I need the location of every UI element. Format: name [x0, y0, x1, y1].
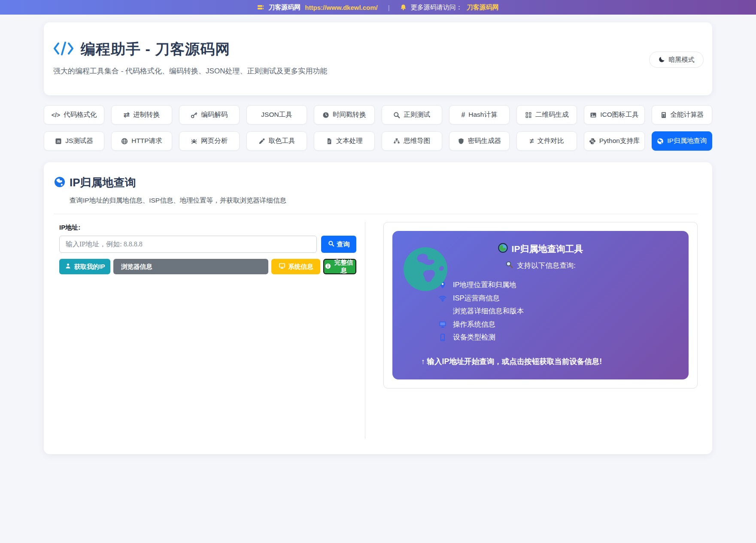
nav-ip-lookup[interactable]: IP归属地查询 [652, 131, 712, 151]
bar-divider: | [388, 4, 390, 11]
nav-mindmap[interactable]: 思维导图 [382, 131, 442, 151]
dark-mode-button[interactable]: 暗黑模式 [649, 52, 704, 68]
code-icon [52, 41, 75, 58]
section-title: IP归属地查询 [70, 175, 136, 190]
globe-icon [121, 138, 128, 145]
nav-file-diff[interactable]: ≠ 文件对比 [516, 131, 577, 151]
nav-qrcode[interactable]: 二维码生成 [516, 105, 577, 124]
globe-icon [657, 138, 664, 145]
nav-web-analyze[interactable]: 网页分析 [179, 131, 240, 151]
image-icon [590, 112, 597, 118]
key-icon [191, 112, 197, 118]
divider [54, 214, 698, 214]
ip-address-input[interactable] [59, 236, 317, 253]
result-card: IP归属地查询工具 支持以下信息查询: [383, 222, 698, 388]
bell-icon [400, 4, 407, 11]
search-icon [393, 112, 400, 118]
mindmap-icon [393, 138, 400, 145]
qrcode-icon [525, 112, 532, 118]
nav-js-tester[interactable]: JS JS测试器 [44, 131, 104, 151]
swap-arrows-icon: ⇄ [124, 110, 130, 119]
promo-hint: ↑ 输入IP地址开始查询，或点击按钮获取当前设备信息! [421, 356, 676, 367]
page-header: 编程助手 - 刀客源码网 强大的编程工具集合 - 代码格式化、编码转换、JSON… [44, 22, 712, 95]
promo-title: IP归属地查询工具 [512, 243, 583, 255]
feature-item: 操作系统信息 [439, 321, 676, 328]
system-info-button[interactable]: 系统信息 [271, 259, 320, 274]
nav-code-format[interactable]: </> 代码格式化 [44, 105, 104, 124]
nav-hash-calc[interactable]: # Hash计算 [449, 105, 510, 124]
calculator-icon [660, 112, 667, 118]
ip-address-label: IP地址: [59, 224, 356, 232]
feature-item: 浏览器详细信息和版本 [439, 307, 676, 315]
mobile-icon [439, 334, 446, 341]
promo-subtitle: 支持以下信息查询: [517, 261, 576, 270]
nav-color-picker[interactable]: 取色工具 [246, 131, 307, 151]
eyedropper-icon [258, 138, 265, 145]
user-icon [65, 263, 71, 270]
feature-item: ISP运营商信息 [439, 294, 676, 302]
site-logo-icon [257, 4, 264, 11]
svg-text:JS: JS [57, 140, 61, 143]
lookup-form: IP地址: 查询 获取我的IP [54, 222, 365, 439]
browser-info-button[interactable]: 浏览器信息 [113, 259, 268, 274]
earth-icon [404, 247, 447, 291]
nav-regex-test[interactable]: 正则测试 [382, 105, 442, 124]
result-area: IP归属地查询工具 支持以下信息查询: [365, 222, 698, 439]
full-info-button[interactable]: 完整信息 [323, 259, 356, 274]
page-subtitle: 强大的编程工具集合 - 代码格式化、编码转换、JSON处理、正则测试及更多实用功… [53, 66, 704, 76]
monitor-icon [279, 263, 285, 270]
globe-emoji-icon [498, 243, 508, 255]
nav-calculator[interactable]: 全能计算器 [652, 105, 712, 124]
monitor-icon [439, 321, 446, 328]
code-icon: </> [52, 112, 60, 118]
nav-python-lib[interactable]: Python支持库 [584, 131, 644, 151]
nav-timestamp[interactable]: 时间戳转换 [314, 105, 374, 124]
feature-item: 设备类型检测 [439, 334, 676, 341]
notice-link[interactable]: 刀客源码网 [467, 3, 499, 12]
nav-base-convert[interactable]: ⇄ 进制转换 [111, 105, 172, 124]
dark-mode-label: 暗黑模式 [669, 56, 695, 64]
nav-encode-decode[interactable]: 编码解码 [179, 105, 240, 124]
notice-text: 更多源码请访问： [411, 3, 462, 12]
file-text-icon [326, 138, 333, 145]
nav-ico-tool[interactable]: ICO图标工具 [584, 105, 644, 124]
spider-icon [191, 138, 197, 145]
not-equal-icon: ≠ [530, 137, 534, 146]
query-button[interactable]: 查询 [321, 236, 356, 253]
js-icon: JS [55, 138, 62, 145]
page-title: 编程助手 - 刀客源码网 [81, 39, 230, 59]
globe-icon [54, 176, 65, 189]
feature-item: IP地理位置和归属地 [439, 281, 676, 289]
get-my-ip-button[interactable]: 获取我的IP [59, 259, 110, 274]
clock-icon [322, 112, 329, 118]
top-announcement-bar: 刀客源码网 https://www.dkewl.com/ | 更多源码请访问： … [0, 0, 756, 15]
search-icon [328, 240, 334, 248]
nav-http-request[interactable]: HTTP请求 [111, 131, 172, 151]
empty-icon-spacer [439, 307, 446, 315]
python-icon [589, 138, 596, 145]
info-icon [325, 263, 331, 270]
wifi-icon [439, 294, 446, 302]
promo-box: IP归属地查询工具 支持以下信息查询: [392, 231, 689, 379]
moon-icon [659, 56, 665, 64]
magnifier-icon [505, 261, 513, 270]
nav-password-gen[interactable]: 密码生成器 [449, 131, 510, 151]
shield-icon [458, 138, 465, 145]
ip-lookup-panel: IP归属地查询 查询IP地址的归属地信息、ISP信息、地理位置等，并获取浏览器详… [44, 162, 712, 454]
hash-icon: # [461, 111, 465, 119]
nav-json-tool[interactable]: JSON工具 [246, 105, 307, 124]
site-name: 刀客源码网 [268, 3, 301, 12]
tool-nav: </> 代码格式化 ⇄ 进制转换 编码解码 JSON工具 时间戳转换 [44, 105, 712, 151]
nav-text-process[interactable]: 文本处理 [314, 131, 374, 151]
section-subtitle: 查询IP地址的归属地信息、ISP信息、地理位置等，并获取浏览器详细信息 [70, 196, 698, 205]
site-url-link[interactable]: https://www.dkewl.com/ [305, 4, 377, 11]
